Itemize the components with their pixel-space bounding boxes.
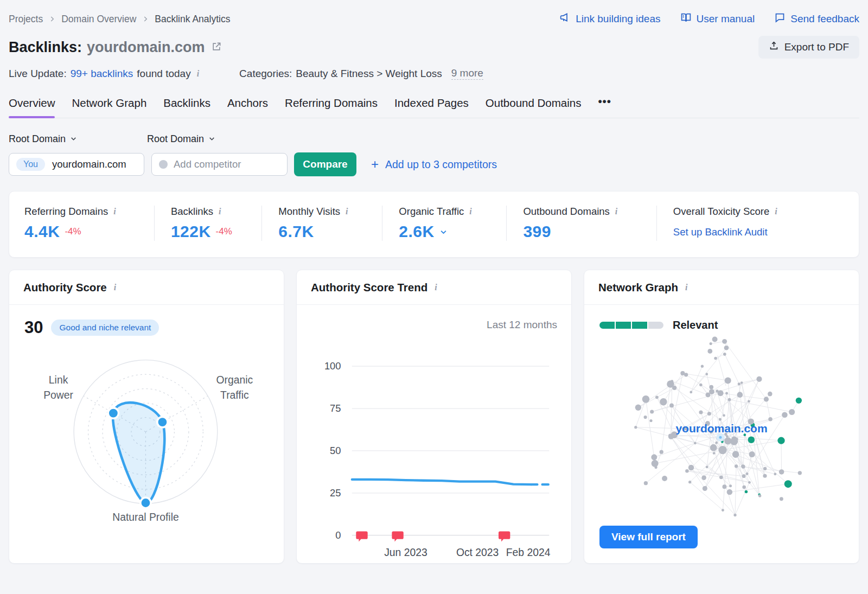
svg-text:75: 75 (330, 403, 341, 414)
add-competitor-input[interactable] (174, 158, 280, 170)
title-row: Backlinks: yourdomain.com Export to PDF (9, 36, 859, 59)
card-title: Authority Score Trend (311, 281, 427, 294)
network-graph-card: Network Graph i Relevant yourdomain.com … (584, 270, 859, 564)
metric-delta: -4% (65, 226, 81, 237)
chevron-right-icon (142, 15, 149, 23)
chevron-right-icon (48, 15, 56, 23)
backlink-analytics-page: Projects Domain Overview Backlink Analyt… (0, 0, 868, 594)
svg-text:Organic: Organic (216, 374, 253, 386)
tabs-more-button[interactable]: ••• (598, 95, 611, 118)
chevron-down-icon (208, 133, 215, 145)
categories-value: Beauty & Fitness > Weight Loss (296, 68, 442, 80)
relevance-segment (616, 322, 631, 329)
relevance-meter (599, 322, 663, 329)
metric-value: 399 (523, 222, 551, 241)
metric-referring-domains: Referring Domainsi 4.4K-4% (9, 206, 154, 241)
svg-text:Power: Power (43, 389, 73, 401)
info-icon[interactable]: i (216, 207, 223, 216)
network-graph-wrap: yourdomain.com (584, 334, 859, 520)
tab-anchors[interactable]: Anchors (227, 97, 268, 118)
compare-button[interactable]: Compare (294, 152, 356, 176)
info-icon[interactable]: i (111, 207, 118, 216)
svg-text:100: 100 (324, 360, 341, 372)
metric-label: Organic Traffic (399, 206, 464, 218)
info-icon[interactable]: i (112, 283, 118, 292)
metric-value: 2.6K (399, 222, 434, 241)
user-manual-label: User manual (697, 13, 755, 25)
relevance-label: Relevant (673, 319, 718, 331)
view-full-report-button[interactable]: View full report (599, 526, 698, 548)
chevron-down-icon (70, 133, 77, 145)
metrics-summary-bar: Referring Domainsi 4.4K-4% Backlinksi 12… (9, 191, 859, 258)
page-title-domain: yourdomain.com (87, 39, 205, 56)
tab-backlinks[interactable]: Backlinks (163, 97, 210, 118)
export-to-pdf-button[interactable]: Export to PDF (758, 36, 859, 59)
set-up-backlink-audit-link[interactable]: Set up Backlink Audit (673, 226, 768, 238)
tabs: Overview Network Graph Backlinks Anchors… (9, 95, 859, 118)
categories-more-link[interactable]: 9 more (451, 67, 483, 80)
metric-label: Monthly Visits (278, 206, 340, 218)
info-icon[interactable]: i (613, 207, 620, 216)
you-domain-box[interactable]: You yourdomain.com (9, 153, 144, 176)
categories-label: Categories: (239, 68, 292, 80)
metric-value: 122K (171, 222, 211, 241)
chevron-down-icon[interactable] (439, 228, 448, 236)
breadcrumb: Projects Domain Overview Backlink Analyt… (9, 14, 230, 25)
categories: Categories: Beauty & Fitness > Weight Lo… (239, 67, 483, 80)
info-icon[interactable]: i (432, 283, 439, 292)
svg-text:Oct 2023: Oct 2023 (456, 546, 499, 558)
user-manual-link[interactable]: User manual (680, 12, 755, 26)
external-link-icon[interactable] (211, 39, 222, 56)
tab-outbound-domains[interactable]: Outbound Domains (486, 97, 582, 118)
metric-label: Backlinks (171, 206, 213, 218)
root-domain-selector-competitor[interactable]: Root Domain (147, 133, 215, 145)
svg-text:Link: Link (49, 374, 68, 386)
authority-score-radar-chart: LinkPowerOrganicTrafficNatural Profile (9, 341, 284, 535)
info-icon[interactable]: i (195, 69, 201, 79)
live-update-prefix: Live Update: (9, 68, 67, 80)
card-title: Network Graph (598, 281, 678, 294)
root-domain-selector-you[interactable]: Root Domain (9, 133, 77, 145)
page-title-prefix: Backlinks: (9, 39, 82, 56)
header-links: Link building ideas User manual Send fee… (559, 12, 859, 26)
meta-row: Live Update: 99+ backlinks found today i… (9, 67, 859, 80)
info-icon[interactable]: i (773, 207, 779, 216)
link-building-ideas-link[interactable]: Link building ideas (559, 12, 660, 26)
add-competitors-label: Add up to 3 competitors (385, 158, 497, 171)
svg-text:Jun 2023: Jun 2023 (384, 546, 427, 558)
send-feedback-link[interactable]: Send feedback (774, 12, 859, 26)
breadcrumb-projects[interactable]: Projects (9, 14, 43, 25)
megaphone-icon (559, 12, 571, 26)
root-domain-label: Root Domain (9, 133, 66, 145)
svg-text:Feb 2024: Feb 2024 (506, 546, 551, 558)
metric-label: Overall Toxicity Score (673, 206, 770, 218)
add-competitors-link[interactable]: + Add up to 3 competitors (371, 158, 497, 171)
authority-score-card: Authority Score i 30 Good and niche rele… (9, 270, 284, 564)
breadcrumb-domain-overview[interactable]: Domain Overview (61, 14, 136, 25)
info-icon[interactable]: i (343, 207, 350, 216)
info-icon[interactable]: i (467, 207, 474, 216)
live-update: Live Update: 99+ backlinks found today i (9, 68, 201, 80)
tab-network-graph[interactable]: Network Graph (72, 97, 146, 118)
export-to-pdf-label: Export to PDF (784, 41, 849, 53)
tab-overview[interactable]: Overview (9, 97, 55, 118)
root-domain-label: Root Domain (147, 133, 204, 145)
metric-value: 4.4K (24, 222, 60, 241)
metric-backlinks: Backlinksi 122K-4% (154, 206, 261, 241)
topbar: Projects Domain Overview Backlink Analyt… (9, 0, 859, 26)
relevance-row: Relevant (584, 305, 859, 331)
filter-labels: Root Domain Root Domain (9, 133, 859, 145)
live-update-suffix: found today (137, 68, 190, 80)
you-domain-value: yourdomain.com (52, 158, 126, 170)
info-icon[interactable]: i (683, 283, 690, 292)
backlinks-found-link[interactable]: 99+ backlinks (71, 68, 133, 80)
authority-score-value: 30 (24, 318, 43, 337)
plus-icon: + (371, 158, 379, 171)
tab-indexed-pages[interactable]: Indexed Pages (394, 97, 469, 118)
authority-score-badge: Good and niche relevant (51, 320, 159, 336)
tab-referring-domains[interactable]: Referring Domains (285, 97, 378, 118)
svg-text:50: 50 (330, 445, 341, 456)
relevance-segment (632, 322, 647, 329)
metric-monthly-visits: Monthly Visitsi 6.7K (261, 206, 382, 241)
competitor-color-dot-icon (159, 160, 168, 169)
